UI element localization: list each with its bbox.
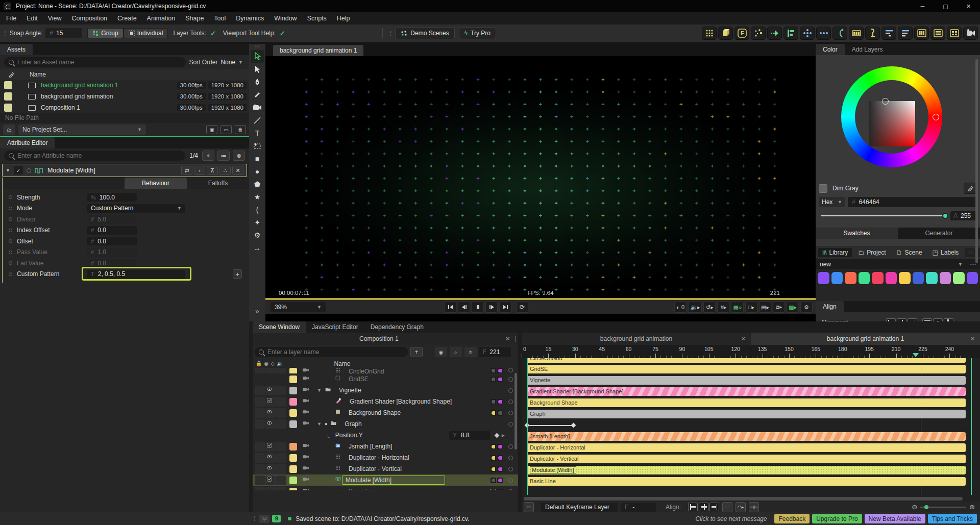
position-y-field[interactable]: Y8.8 [449,431,490,440]
try-pro-button[interactable]: ϟ Try Pro [459,27,496,39]
timeline-hscrollbar[interactable] [524,497,963,501]
grid-view-button[interactable]: ∷ [965,248,975,257]
filmstrip-icon[interactable] [849,27,864,40]
group-button[interactable]: Group [88,29,122,38]
hex-mode-dropdown[interactable]: Hex▼ [819,197,845,207]
pen-tool[interactable] [251,76,264,88]
layer-circle-toggle[interactable] [508,377,513,382]
sparkle-tool[interactable]: ✦ [251,216,264,229]
menu-animation[interactable]: Animation [142,12,181,24]
tab-javascript-editor[interactable]: JavaScript Editor [306,321,364,333]
pause-button[interactable] [472,302,484,313]
check-toggle[interactable] [265,442,276,452]
attribute-connector[interactable] [9,272,12,276]
layer-name[interactable]: Vignette [339,387,361,394]
layer-name[interactable]: Graph [345,420,361,428]
text-tool[interactable]: T [251,127,264,139]
color-swatch[interactable] [831,272,843,284]
frame-field[interactable]: F221 [479,347,511,357]
source-scene-button[interactable]: 🗋Scene [892,248,926,257]
asset-search-input[interactable]: Enter an Asset name [4,57,186,67]
loop-button[interactable]: ⟳ [516,302,528,313]
viewport-canvas[interactable]: 00:00:07:11 FPS: 9.64 221 [265,56,816,298]
layer-color-swatch[interactable] [289,398,297,406]
rotate-view-button[interactable]: ↺▸ [703,302,716,313]
layer-color-swatch[interactable] [289,443,297,451]
layer-row-vignette[interactable]: ▼Vignette [253,385,518,396]
timeline-zoom-slider[interactable] [920,507,966,508]
track-bar[interactable]: Background Shape [527,398,966,407]
tab-swatches[interactable]: Swatches [816,228,898,239]
dashed-arrow-icon[interactable] [767,27,782,40]
maximize-button[interactable]: ▢ [934,0,957,12]
layer-cell[interactable] [255,386,265,395]
solo-radio[interactable] [27,168,31,173]
close-tab-icon[interactable]: ✕ [970,336,975,342]
timeline-track-modulate-width-[interactable]: Modulate [Width] [522,465,980,476]
menu-help[interactable]: Help [332,12,355,24]
attribute-block-header[interactable]: ▼ ✓ Modulate [Width] ⇄ ◗ ⊼ ∴ ✕ [2,164,247,177]
sv-handle[interactable] [882,98,889,105]
layer-name[interactable]: CircleOnGrid [349,368,384,373]
scatter-button[interactable]: ∴ [219,166,231,175]
alpha-slider-handle[interactable] [942,213,948,219]
source-library-button[interactable]: ‖\Library [818,248,852,257]
layer-circle-toggle[interactable] [508,467,513,471]
timeline-track-duplicator-vertical[interactable]: Duplicator - Vertical [522,454,980,465]
layer-scrollbar[interactable] [514,373,517,449]
layer-name[interactable]: Position.Y [335,432,363,439]
tab-falloffs[interactable]: Falloffs [187,178,249,189]
layer-row-background-shape[interactable]: Background Shape [253,407,518,418]
layer-circle-toggle[interactable] [508,399,513,404]
toggle-yellow-icon[interactable] [491,466,496,472]
layer-circle-toggle[interactable] [508,422,513,427]
bounds-button[interactable]: □▸ [745,302,757,313]
layer-circle-toggle[interactable] [508,478,513,483]
snap-angle-input[interactable]: #15 [45,28,82,38]
track-bar[interactable]: Duplicator - Vertical [527,455,966,463]
asset-name[interactable]: background grid animation 1 [41,82,177,89]
track-bar[interactable]: GridSE [527,365,966,373]
pin-button[interactable]: ⊼ [207,166,218,175]
layer-color-swatch[interactable] [289,409,297,417]
layer-cell[interactable] [255,408,265,418]
layer-cell[interactable] [276,487,286,491]
menu-create[interactable]: Create [112,12,142,24]
arc-arrow-icon[interactable] [832,27,847,40]
layer-search-input[interactable]: Enter a layer name [255,347,408,357]
asset-row[interactable]: background grid animation 30.00fps 1920 … [0,91,249,102]
close-attribute-button[interactable]: ✕ [232,166,243,175]
track-bar[interactable]: Duplicator - Horizontal [527,443,966,452]
eye-toggle[interactable] [265,408,276,418]
toggle-purple-icon[interactable] [497,368,503,373]
asset-row[interactable]: Composition 1 30.00fps 1920 x 1080 [0,102,249,113]
align-center-h-button[interactable] [699,503,708,511]
attribute-connector[interactable] [9,261,12,265]
palette-dropdown[interactable]: new ▼ ⋯ [816,259,980,269]
columns-icon[interactable] [914,27,929,40]
toolbar-drag-handle-2[interactable]: ⁞ [390,30,391,37]
layer-row-circleongrid[interactable]: CircleOnGrid [253,368,518,373]
tips-and-tricks-button[interactable]: Tips and Tricks [928,514,977,523]
minimize-button[interactable]: ─ [911,0,934,12]
layer-row-position-y[interactable]: ⌞Position.YY8.8▶ [253,430,518,441]
layer-row-basic-line[interactable]: Basic Line [253,486,518,490]
color-swatch[interactable] [967,272,978,284]
trash-button[interactable]: 🗑 [235,125,246,134]
color-swatch[interactable] [953,272,965,284]
keyframe-diamond-icon[interactable] [571,423,576,428]
duplicate-view-button[interactable]: ⧉▸ [773,302,785,313]
arc-tool[interactable]: ( [251,203,264,216]
add-list-button[interactable]: ≔ [217,151,230,161]
camera-toggle-icon[interactable] [301,376,312,383]
align-top-left-icon[interactable] [881,27,896,40]
filter-scatter-button[interactable]: ⁘ [450,347,462,357]
camera-toggle-icon[interactable] [301,421,312,428]
check-toggle[interactable] [265,397,276,407]
layer-color-swatch[interactable] [289,454,297,462]
step-forward-button[interactable] [485,302,498,313]
timeline-track-circleongrid[interactable]: CircleOnGrid [522,358,980,364]
track-bar[interactable]: Modulate [Width] [527,466,966,474]
toggle-purple-icon[interactable] [497,466,503,472]
layer-color-swatch[interactable] [289,465,297,473]
